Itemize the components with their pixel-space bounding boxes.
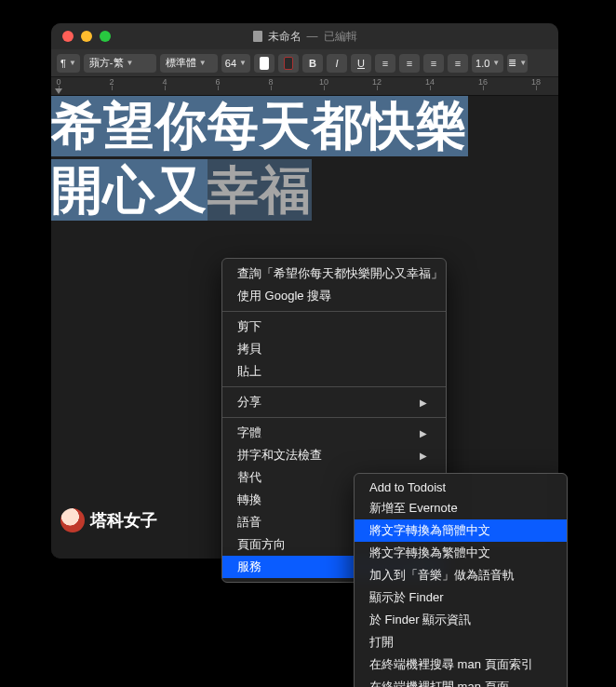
align-left-button[interactable]: ≡ [375,54,395,73]
ruler[interactable]: 024681012141618 [51,77,558,96]
ruler-tick-label: 12 [372,77,382,87]
ruler-tick-label: 8 [268,77,273,87]
ruler-tick-label: 4 [162,77,167,87]
services-submenu: Add to Todoist 新增至 Evernote 將文字轉換為簡體中文 將… [354,473,568,687]
text-line-1: 希望你每天都快樂 [51,96,468,156]
doc-name: 未命名 [268,29,301,45]
ruler-tick-label: 14 [425,77,435,87]
dash: — [307,30,318,43]
chevron-down-icon: ▼ [492,59,500,67]
color-swatch-icon [260,57,269,70]
service-show-in-finder[interactable]: 顯示於 Finder [355,586,567,609]
service-man-search[interactable]: 在終端機裡搜尋 man 頁面索引 [355,653,567,676]
font-style-select[interactable]: 標準體▼ [160,54,218,73]
align-right-button[interactable]: ≡ [423,54,444,73]
ruler-tick-label: 18 [531,77,541,87]
menu-spelling[interactable]: 拼字和文法檢查▶ [222,444,446,466]
chevron-down-icon: ▼ [69,59,76,67]
menu-share[interactable]: 分享▶ [222,391,446,413]
edited-label: 已編輯 [324,29,357,45]
italic-button[interactable]: I [327,54,347,73]
menu-cut[interactable]: 剪下 [222,316,446,338]
submenu-arrow-icon: ▶ [420,428,427,438]
list-button[interactable]: ≣▼ [507,54,528,73]
highlight-color-button[interactable] [278,54,299,73]
menu-copy[interactable]: 拷貝 [222,338,446,360]
menu-paste[interactable]: 貼上 [222,360,446,383]
watermark-logo: 塔科女子 [60,508,157,532]
service-to-traditional-chinese[interactable]: 將文字轉換為繁體中文 [355,542,567,564]
text-color-button[interactable] [254,54,275,73]
chevron-down-icon: ▼ [127,59,134,67]
bold-button[interactable]: B [302,54,323,73]
text-line-2a: 開心又 [51,159,208,221]
zoom-icon[interactable] [100,31,111,42]
menu-font[interactable]: 字體▶ [222,422,446,444]
menu-separator [222,311,446,312]
submenu-arrow-icon: ▶ [420,451,427,461]
service-add-to-music[interactable]: 加入到「音樂」做為語音軌 [355,564,567,586]
format-toolbar: ¶▼ 蘋方-繁▼ 標準體▼ 64▼ B I U ≡ ≡ ≡ ≡ 1.0▼ ≣▼ [51,49,558,77]
ruler-tick-label: 6 [215,77,220,87]
menu-lookup[interactable]: 查詢「希望你每天都快樂開心又幸福」 [222,263,446,285]
window-title: 未命名 — 已編輯 [51,29,558,45]
menu-separator [222,417,446,418]
titlebar: 未命名 — 已編輯 [51,23,558,49]
minimize-icon[interactable] [81,31,92,42]
chevron-down-icon: ▼ [519,59,527,67]
chevron-down-icon: ▼ [199,59,207,67]
ruler-tick-label: 16 [478,77,488,87]
underline-button[interactable]: U [351,54,371,73]
service-open[interactable]: 打開 [355,631,567,653]
service-add-evernote[interactable]: 新增至 Evernote [355,497,567,519]
logo-text: 塔科女子 [90,509,157,532]
menu-separator [222,386,446,387]
service-man-open[interactable]: 在終端機裡打開 man 頁面 [355,676,567,687]
align-justify-button[interactable]: ≡ [448,54,468,73]
color-swatch-icon [284,57,293,70]
close-icon[interactable] [62,31,74,42]
ruler-tick-label: 2 [109,77,114,87]
document-icon [253,31,262,42]
chevron-down-icon: ▼ [239,59,247,67]
font-family-select[interactable]: 蘋方-繁▼ [84,54,156,73]
selected-text[interactable]: 希望你每天都快樂 開心又幸福 [51,96,468,218]
ruler-tick-label: 0 [56,77,60,87]
ruler-indent-marker[interactable] [55,88,62,94]
menu-google-search[interactable]: 使用 Google 搜尋 [222,285,446,307]
service-finder-info[interactable]: 於 Finder 顯示資訊 [355,609,567,631]
service-to-simplified-chinese[interactable]: 將文字轉換為簡體中文 [355,519,567,542]
service-add-todoist[interactable]: Add to Todoist [355,478,567,497]
font-size-select[interactable]: 64▼ [221,54,250,73]
logo-icon [60,508,85,532]
submenu-arrow-icon: ▶ [420,397,427,408]
paragraph-style-button[interactable]: ¶▼ [57,54,80,73]
text-line-2b: 幸福 [208,159,312,221]
align-center-button[interactable]: ≡ [399,54,420,73]
traffic-lights [51,31,111,42]
line-spacing-select[interactable]: 1.0▼ [472,54,503,73]
ruler-tick-label: 10 [319,77,328,87]
